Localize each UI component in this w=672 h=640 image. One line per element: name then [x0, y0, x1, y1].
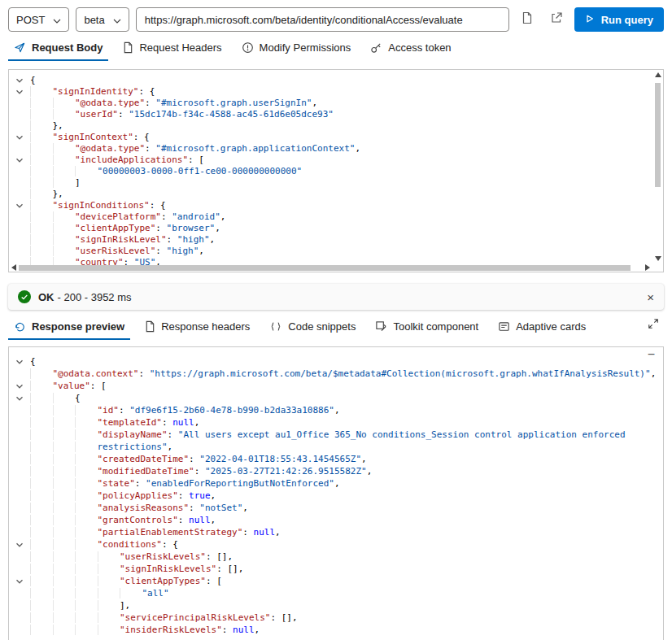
play-icon: [585, 14, 595, 26]
fold-chevron-icon[interactable]: [15, 541, 24, 549]
tab-toolkit-component[interactable]: Toolkit component: [369, 315, 484, 340]
fold-chevron-icon[interactable]: [15, 156, 24, 164]
url-text: https://graph.microsoft.com/beta/identit…: [145, 14, 463, 26]
request-tabs: Request Body Request Headers Modify Perm…: [0, 36, 672, 61]
tab-label: Response preview: [32, 320, 124, 333]
tab-label: Modify Permissions: [260, 41, 351, 54]
headers-icon: [144, 320, 155, 333]
code-line: "insiderRiskLevels": null,: [9, 624, 663, 636]
scroll-up-arrow-icon[interactable]: [655, 72, 661, 77]
response-preview-editor[interactable]: { "@odata.context": "https://graph.micro…: [8, 346, 664, 640]
share-icon: [550, 11, 563, 28]
response-status-bar: OK - 200 - 3952 ms ×: [8, 284, 664, 310]
fold-chevron-icon[interactable]: [15, 382, 24, 390]
code-line: "clientAppTypes": [: [9, 575, 663, 587]
request-body-editor[interactable]: { "signInIdentity": { "@odata.type": "#m…: [8, 69, 664, 272]
code-line: "userRiskLevels": [],: [9, 551, 663, 563]
tab-label: Adaptive cards: [516, 320, 586, 333]
fold-chevron-icon[interactable]: [15, 394, 24, 403]
chevron-down-icon: [113, 14, 121, 26]
code-line: "userRiskLevel": "high",: [9, 246, 663, 257]
share-icon-button[interactable]: [545, 8, 568, 31]
horizontal-scroll-thumb[interactable]: [19, 265, 631, 271]
tab-access-token[interactable]: Access token: [364, 36, 456, 61]
adaptive-cards-icon: [498, 320, 510, 333]
tab-response-headers[interactable]: Response headers: [138, 315, 255, 340]
fold-chevron-icon[interactable]: [15, 76, 24, 85]
document-icon: [521, 11, 533, 28]
document-icon-button[interactable]: [516, 8, 539, 31]
fold-chevron-icon[interactable]: [15, 88, 24, 96]
response-tabs: Response preview Response headers Code s…: [0, 315, 672, 340]
code-line: },: [9, 120, 663, 132]
fold-chevron-icon[interactable]: [15, 133, 24, 141]
permissions-icon: [242, 41, 254, 54]
tab-adaptive-cards[interactable]: Adaptive cards: [492, 315, 591, 340]
tab-code-snippets[interactable]: Code snippets: [264, 315, 361, 340]
scroll-left-arrow-icon[interactable]: [11, 264, 16, 271]
code-line: {: [9, 75, 663, 86]
scroll-right-arrow-icon[interactable]: [645, 264, 650, 271]
vertical-scrollbar[interactable]: [652, 70, 663, 263]
tab-request-headers[interactable]: Request Headers: [116, 36, 227, 61]
tab-label: Toolkit component: [393, 320, 478, 333]
tab-response-preview[interactable]: Response preview: [8, 315, 130, 340]
fold-chevron-icon[interactable]: [15, 358, 24, 366]
code-line: "devicePlatform": "android",: [9, 211, 663, 223]
code-line: "createdDateTime": "2022-04-01T18:55:43.…: [9, 453, 663, 465]
tab-request-body[interactable]: Request Body: [8, 36, 108, 61]
close-icon[interactable]: ×: [647, 291, 654, 303]
code-line: "signInRiskLevels": [],: [9, 563, 663, 575]
fold-chevron-icon[interactable]: [15, 202, 24, 210]
tab-label: Access token: [388, 41, 451, 54]
send-icon: [14, 41, 26, 54]
code-snippets-icon: [269, 320, 282, 333]
api-version-label: beta: [84, 14, 104, 26]
collapse-icon[interactable]: −: [648, 347, 655, 362]
tab-label: Response headers: [161, 320, 250, 333]
code-line: },: [9, 189, 663, 200]
horizontal-scroll-track: [19, 265, 643, 271]
tab-label: Request Body: [32, 41, 103, 54]
request-code: { "signInIdentity": { "@odata.type": "#m…: [9, 70, 663, 268]
code-line: "00000003-0000-0ff1-ce00-000000000000": [9, 166, 663, 177]
graph-explorer-page: { "colors": { "accent": "#0078d4", "acti…: [0, 0, 672, 640]
api-version-select[interactable]: beta: [76, 7, 129, 32]
code-line: "@odata.context": "https://graph.microso…: [9, 368, 663, 380]
code-line: "servicePrincipalRiskLevels": [],: [9, 612, 663, 624]
response-code: { "@odata.context": "https://graph.micro…: [9, 347, 663, 636]
code-line: ]: [9, 177, 663, 189]
url-input[interactable]: https://graph.microsoft.com/beta/identit…: [136, 7, 509, 32]
code-line: "@odata.type": "#microsoft.graph.userSig…: [9, 98, 663, 109]
code-line: "conditions": {: [9, 538, 663, 551]
tab-label: Request Headers: [139, 41, 221, 54]
code-line: ],: [9, 599, 663, 612]
code-line: "analysisReasons": "notSet",: [9, 502, 663, 514]
status-detail-text: - 200 - 3952 ms: [58, 291, 132, 303]
fold-chevron-icon[interactable]: [15, 577, 24, 586]
code-line: restrictions",: [9, 441, 663, 453]
code-line: "@odata.type": "#microsoft.graph.applica…: [9, 143, 663, 155]
code-line: "id": "df9e6f15-2b60-4e78-b990-b2da33a10…: [9, 404, 663, 416]
key-icon: [370, 41, 382, 54]
code-line: "includeApplications": [: [9, 155, 663, 166]
vertical-scroll-thumb[interactable]: [655, 83, 661, 187]
code-line: "grantControls": null,: [9, 514, 663, 526]
method-select[interactable]: POST: [8, 7, 69, 32]
code-line: "signInIdentity": {: [9, 86, 663, 98]
code-line: "displayName": "All users except au1_Off…: [9, 429, 663, 441]
horizontal-scrollbar[interactable]: [9, 263, 652, 272]
expand-icon[interactable]: [648, 318, 659, 333]
scroll-down-arrow-icon[interactable]: [655, 256, 661, 261]
code-line: "all": [9, 587, 663, 599]
run-query-button[interactable]: Run query: [574, 7, 664, 32]
code-line: {: [9, 392, 663, 404]
status-code-text: OK: [38, 291, 55, 303]
code-line: "value": [: [9, 380, 663, 392]
preview-icon: [14, 320, 26, 333]
tab-modify-permissions[interactable]: Modify Permissions: [236, 36, 357, 61]
toolkit-icon: [375, 320, 387, 333]
chevron-down-icon: [53, 14, 61, 26]
code-line: "signInContext": {: [9, 132, 663, 143]
code-line: "templateId": null,: [9, 416, 663, 429]
